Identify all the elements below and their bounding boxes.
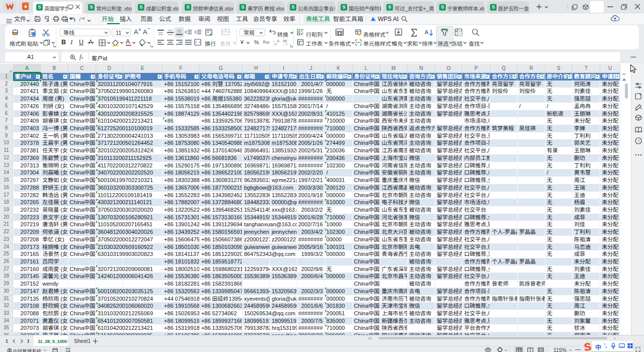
svg-text:?: ?: [637, 139, 640, 143]
svg-text:.00: .00: [282, 39, 287, 43]
svg-text:.00: .00: [273, 43, 277, 45]
svg-text:A: A: [425, 29, 429, 35]
svg-text:00: 00: [266, 41, 270, 44]
svg-text:←.0: ←.0: [273, 39, 279, 43]
svg-text:→.0: →.0: [282, 43, 287, 45]
